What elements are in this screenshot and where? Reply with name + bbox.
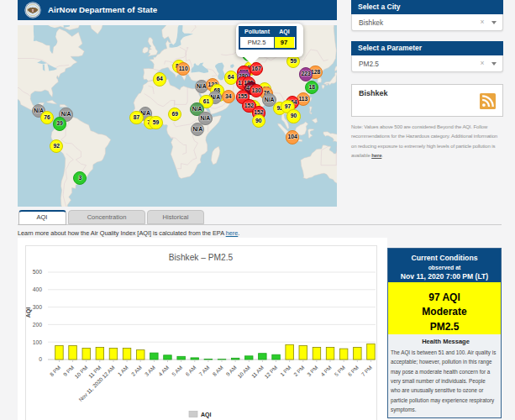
svg-text:8 PM: 8 PM xyxy=(49,365,62,378)
svg-text:4 PM: 4 PM xyxy=(319,365,333,378)
svg-text:10 AM: 10 AM xyxy=(236,365,251,380)
svg-text:0: 0 xyxy=(39,356,42,362)
svg-text:500: 500 xyxy=(33,269,43,275)
svg-text:5 PM: 5 PM xyxy=(333,365,346,378)
svg-text:100: 100 xyxy=(33,339,43,345)
svg-text:AQI: AQI xyxy=(26,307,32,318)
svg-text:200: 200 xyxy=(33,322,43,328)
svg-text:3 PM: 3 PM xyxy=(306,365,319,378)
svg-text:12 PM: 12 PM xyxy=(263,365,278,380)
svg-text:5 AM: 5 AM xyxy=(171,365,183,377)
svg-text:8 AM: 8 AM xyxy=(211,365,223,377)
svg-text:1 PM: 1 PM xyxy=(279,365,292,378)
svg-text:11 AM: 11 AM xyxy=(250,365,265,379)
svg-text:6 PM: 6 PM xyxy=(347,365,360,378)
svg-text:1 AM: 1 AM xyxy=(117,365,129,377)
svg-text:7 PM: 7 PM xyxy=(360,365,374,378)
svg-text:AQI: AQI xyxy=(201,412,212,418)
svg-text:4 AM: 4 AM xyxy=(157,365,170,377)
svg-text:300: 300 xyxy=(33,304,43,310)
svg-text:7 AM: 7 AM xyxy=(197,365,210,377)
svg-text:6 AM: 6 AM xyxy=(184,365,197,377)
svg-text:3 AM: 3 AM xyxy=(144,365,156,377)
svg-text:Bishkek – PM2.5: Bishkek – PM2.5 xyxy=(169,253,234,262)
svg-text:400: 400 xyxy=(33,286,43,292)
svg-text:10 PM: 10 PM xyxy=(73,365,88,380)
svg-text:2 PM: 2 PM xyxy=(292,365,306,378)
svg-text:2 AM: 2 AM xyxy=(130,365,143,377)
